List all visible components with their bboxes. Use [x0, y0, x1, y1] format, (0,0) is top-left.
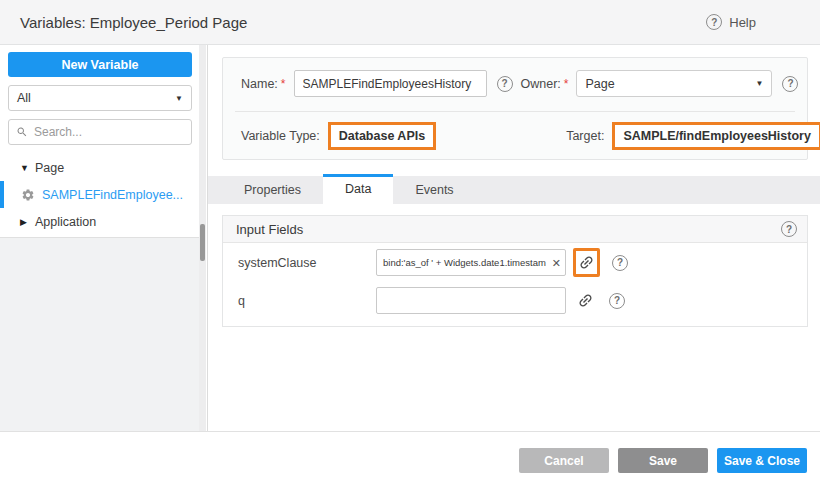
tree-group-application-label: Application — [35, 215, 96, 229]
target-label: Target: — [566, 129, 604, 143]
tree-item-selected-variable[interactable]: SAMPLEFindEmployee... — [0, 181, 200, 208]
page-title: Variables: Employee_Period Page — [20, 14, 247, 31]
systemclause-input-wrap: ✕ — [376, 249, 566, 276]
field-help-icon[interactable]: ? — [609, 293, 625, 309]
clear-binding-icon[interactable]: ✕ — [552, 257, 561, 268]
search-input[interactable] — [34, 125, 184, 139]
required-asterisk: * — [564, 77, 569, 91]
panel-divider — [235, 111, 795, 112]
name-label: Name: — [241, 77, 278, 91]
required-asterisk: * — [281, 77, 286, 91]
variable-type-value-highlighted: Database APIs — [328, 122, 436, 150]
tab-events[interactable]: Events — [393, 176, 475, 204]
filter-selected-value: All — [17, 91, 31, 105]
variable-detail-panel: Name: * ? Owner: * Page ▼ ? Variable Typ… — [208, 45, 820, 431]
input-fields-help-icon[interactable]: ? — [781, 221, 797, 237]
field-row-systemclause: systemClause ✕ ? — [238, 248, 807, 277]
q-input[interactable] — [376, 287, 566, 314]
input-fields-header: Input Fields ? — [223, 216, 807, 243]
name-owner-row: Name: * ? Owner: * Page ▼ ? — [223, 58, 807, 97]
sidebar-empty-area — [0, 237, 200, 431]
chevron-right-icon: ▶ — [20, 217, 35, 227]
variable-summary-panel: Name: * ? Owner: * Page ▼ ? Variable Typ… — [222, 57, 808, 160]
variables-sidebar: New Variable All ▼ ▼ Page — [0, 45, 208, 431]
chevron-down-icon: ▼ — [756, 79, 764, 88]
sidebar-controls: New Variable All ▼ — [0, 45, 200, 154]
target-value-highlighted: SAMPLE/findEmployeesHistory — [612, 122, 820, 150]
owner-help-icon[interactable]: ? — [782, 76, 798, 92]
help-button[interactable]: ? Help — [706, 14, 756, 30]
systemclause-input[interactable] — [376, 249, 566, 276]
variables-dialog: Variables: Employee_Period Page ? Help N… — [0, 0, 820, 489]
type-target-row: Variable Type: Database APIs Target: SAM… — [241, 122, 807, 150]
owner-select[interactable]: Page ▼ — [576, 70, 772, 97]
chevron-down-icon: ▼ — [20, 163, 35, 173]
scrollbar-thumb[interactable] — [200, 224, 205, 261]
input-fields-panel: Input Fields ? systemClause ✕ ? — [222, 215, 808, 327]
link-icon — [573, 288, 597, 312]
sidebar-inner: New Variable All ▼ ▼ Page — [0, 45, 200, 431]
name-input[interactable] — [294, 70, 487, 97]
cancel-button[interactable]: Cancel — [519, 448, 609, 473]
owner-label: Owner: — [521, 77, 561, 91]
bind-button[interactable] — [573, 289, 597, 313]
field-row-q: q ? — [238, 287, 807, 314]
input-fields-title: Input Fields — [236, 222, 303, 237]
help-label: Help — [729, 15, 756, 30]
tree-group-page[interactable]: ▼ Page — [0, 154, 200, 181]
variable-type-label: Variable Type: — [241, 129, 320, 143]
dialog-body: New Variable All ▼ ▼ Page — [0, 45, 820, 431]
search-icon — [16, 126, 28, 138]
tree-group-page-label: Page — [35, 161, 64, 175]
field-label: q — [238, 294, 376, 308]
field-label: systemClause — [238, 256, 376, 270]
owner-selected-value: Page — [585, 77, 614, 91]
detail-tabbar: Properties Data Events — [208, 176, 820, 204]
bind-button-highlighted[interactable] — [573, 248, 600, 277]
tree-item-label: SAMPLEFindEmployee... — [42, 188, 183, 202]
name-help-icon[interactable]: ? — [497, 76, 513, 92]
save-button[interactable]: Save — [618, 448, 708, 473]
new-variable-button[interactable]: New Variable — [8, 52, 192, 77]
service-variable-icon — [21, 188, 35, 202]
tab-data[interactable]: Data — [323, 174, 393, 205]
sidebar-scrollbar[interactable] — [199, 45, 206, 431]
link-icon — [574, 250, 598, 274]
dialog-header: Variables: Employee_Period Page ? Help — [0, 0, 820, 45]
chevron-down-icon: ▼ — [175, 94, 183, 103]
tree-group-application[interactable]: ▶ Application — [0, 208, 200, 235]
search-box — [8, 119, 192, 145]
tab-properties[interactable]: Properties — [222, 176, 323, 204]
dialog-footer: Cancel Save Save & Close — [0, 431, 820, 489]
q-input-wrap — [376, 287, 566, 314]
field-help-icon[interactable]: ? — [612, 255, 628, 271]
save-close-button[interactable]: Save & Close — [717, 448, 807, 473]
variable-filter-select[interactable]: All ▼ — [8, 85, 192, 111]
help-icon: ? — [706, 14, 722, 30]
